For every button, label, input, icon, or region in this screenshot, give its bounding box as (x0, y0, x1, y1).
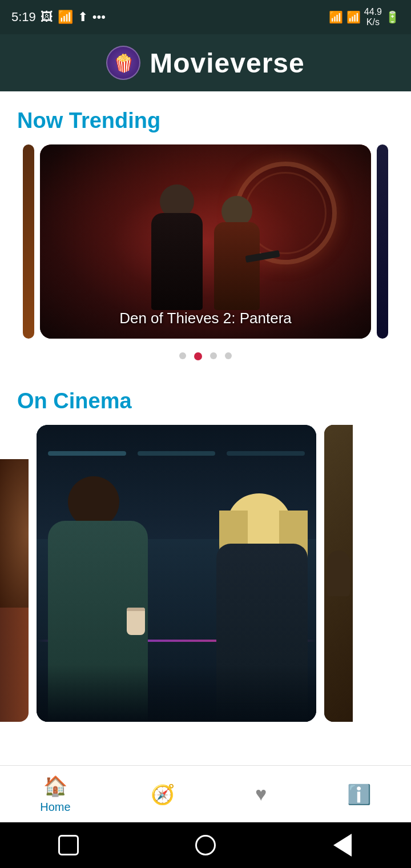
info-icon: ℹ️ (347, 783, 371, 806)
on-cinema-carousel[interactable] (0, 425, 411, 722)
character-figures (148, 184, 263, 310)
cell-icon: 📶 (346, 10, 361, 24)
wifi-icon: 📶 (329, 10, 343, 24)
photo-icon: 🖼 (41, 10, 53, 25)
character-2 (211, 196, 263, 310)
trending-card-next[interactable] (377, 144, 388, 339)
app-title: Movieverse (150, 47, 305, 79)
main-content: Now Trending (0, 91, 411, 779)
nav-discover[interactable]: 🧭 (151, 783, 175, 806)
dot-2[interactable] (194, 352, 202, 360)
android-back-icon (333, 834, 352, 857)
now-trending-heading: Now Trending (0, 91, 411, 144)
now-trending-section: Now Trending (0, 91, 411, 366)
more-icon: ••• (92, 10, 106, 25)
cinema-card-right-bg (324, 425, 353, 722)
app-header: 🍿 Movieverse (0, 34, 411, 91)
trending-carousel[interactable]: Den of Thieves 2: Pantera (0, 144, 411, 339)
nav-home[interactable]: 🏠 Home (40, 774, 70, 814)
upload-icon: ⬆ (78, 10, 88, 25)
ceiling-lights (37, 436, 316, 471)
battery-icon: 🔋 (385, 10, 400, 24)
character-1 (148, 184, 206, 310)
nav-favorites[interactable]: ♥ (255, 783, 267, 805)
nav-info[interactable]: ℹ️ (347, 783, 371, 806)
app-logo: 🍿 (106, 46, 140, 80)
den-of-thieves-bg: Den of Thieves 2: Pantera (40, 144, 371, 339)
home-icon: 🏠 (43, 774, 67, 797)
cinema-card-main[interactable] (37, 425, 316, 722)
cinema-card-right-peek[interactable] (324, 425, 353, 722)
status-left: 5:19 🖼 📶 ⬆ ••• (11, 10, 106, 25)
status-right: 📶 📶 44.9 K/s 🔋 (329, 7, 400, 27)
cinema-prev-bg (0, 459, 29, 722)
on-cinema-heading: On Cinema (0, 372, 411, 425)
dot-1[interactable] (179, 352, 186, 359)
recent-apps-icon (58, 835, 79, 855)
trending-card-prev[interactable] (23, 144, 34, 339)
favorites-icon: ♥ (255, 783, 267, 805)
android-recent-button[interactable] (54, 831, 83, 859)
status-bar: 5:19 🖼 📶 ⬆ ••• 📶 📶 44.9 K/s 🔋 (0, 0, 411, 34)
cinema-card-left-peek[interactable] (0, 425, 29, 722)
nav-home-label: Home (40, 801, 70, 814)
dot-4[interactable] (225, 352, 232, 359)
android-home-icon (195, 835, 216, 855)
android-home-button[interactable] (191, 831, 220, 859)
trending-card-main[interactable]: Den of Thieves 2: Pantera (40, 144, 371, 339)
bottom-nav: 🏠 Home 🧭 ♥ ℹ️ (0, 765, 411, 822)
android-back-button[interactable] (328, 831, 357, 859)
status-time: 5:19 (11, 10, 36, 25)
signal-icon: 📶 (58, 10, 73, 25)
logo-emoji: 🍿 (113, 53, 134, 73)
coffee-cup (127, 608, 145, 635)
on-cinema-section: On Cinema (0, 372, 411, 722)
dot-3[interactable] (210, 352, 217, 359)
android-nav (0, 822, 411, 868)
network-speed: 44.9 K/s (364, 7, 382, 27)
carousel-dots (0, 339, 411, 366)
trending-card-title: Den of Thieves 2: Pantera (40, 310, 371, 327)
discover-icon: 🧭 (151, 783, 175, 806)
back-in-action-bg (37, 425, 316, 722)
